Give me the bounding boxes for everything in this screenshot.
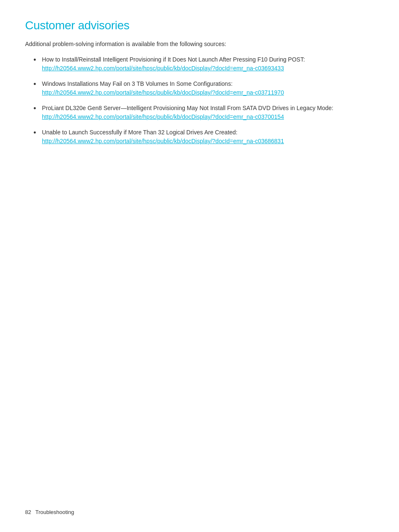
bullet-icon: • [33,103,36,114]
advisory-link-0[interactable]: http://h20564.www2.hp.com/portal/site/hp… [42,65,284,72]
advisory-link-1[interactable]: http://h20564.www2.hp.com/portal/site/hp… [42,89,284,96]
advisory-link-2[interactable]: http://h20564.www2.hp.com/portal/site/hp… [42,113,284,120]
list-item-content: ProLiant DL320e Gen8 Server—Intelligent … [42,104,374,121]
footer-page-number: 82 [25,509,31,515]
list-item-content: Unable to Launch Successfully if More Th… [42,128,374,146]
page-footer: 82 Troubleshooting [25,509,74,515]
advisory-list: •How to Install/Reinstall Intelligent Pr… [33,55,374,146]
footer-section-label: Troubleshooting [35,509,74,515]
bullet-icon: • [33,127,36,139]
list-item-content: How to Install/Reinstall Intelligent Pro… [42,55,374,73]
list-item: •How to Install/Reinstall Intelligent Pr… [33,55,374,73]
list-item: •ProLiant DL320e Gen8 Server—Intelligent… [33,104,374,121]
page-title: Customer advisories [25,19,374,32]
intro-text: Additional problem-solving information i… [25,40,374,49]
list-item: •Windows Installations May Fail on 3 TB … [33,80,374,97]
list-item: •Unable to Launch Successfully if More T… [33,128,374,146]
bullet-icon: • [33,79,36,90]
advisory-link-3[interactable]: http://h20564.www2.hp.com/portal/site/hp… [42,138,284,144]
page-container: Customer advisories Additional problem-s… [0,0,399,177]
list-item-content: Windows Installations May Fail on 3 TB V… [42,80,374,97]
bullet-icon: • [33,54,36,66]
